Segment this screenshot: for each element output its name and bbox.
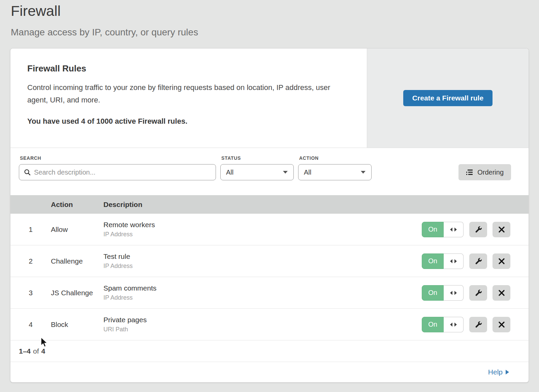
wrench-icon [474, 289, 482, 297]
rule-controls: On [422, 317, 510, 332]
table-header: Action Description [10, 195, 529, 214]
wrench-icon [474, 257, 482, 265]
rule-action: JS Challenge [51, 289, 103, 297]
card-top-section: Firewall Rules Control incoming traffic … [10, 49, 529, 148]
toggle-on-segment[interactable]: On [422, 253, 444, 269]
delete-rule-button[interactable] [493, 253, 510, 269]
close-icon [498, 321, 505, 328]
card-info: Firewall Rules Control incoming traffic … [10, 49, 367, 148]
table-row: 4 Block Private pages URI Path On [10, 309, 529, 340]
status-selected-value: All [226, 169, 233, 176]
pagination-total: 4 [41, 347, 45, 355]
search-box[interactable] [19, 164, 216, 180]
delete-rule-button[interactable] [493, 317, 510, 332]
rule-description: Remote workers IP Address [103, 221, 422, 238]
card-heading: Firewall Rules [27, 63, 347, 74]
chevron-down-icon [283, 171, 288, 174]
rule-priority: 4 [10, 321, 51, 329]
search-filter-group: SEARCH [19, 154, 216, 180]
search-input[interactable] [34, 169, 211, 176]
card-description: Control incoming traffic to your zone by… [27, 81, 347, 106]
edit-rule-button[interactable] [469, 222, 487, 237]
delete-rule-button[interactable] [493, 285, 510, 301]
close-icon [498, 290, 505, 296]
delete-rule-button[interactable] [493, 222, 510, 237]
rule-enabled-toggle[interactable]: On [422, 317, 464, 332]
rule-priority: 1 [10, 225, 51, 234]
rule-controls: On [422, 253, 510, 269]
rule-action: Challenge [51, 257, 103, 265]
action-column-header: Action [51, 201, 103, 209]
rule-action: Block [51, 321, 103, 329]
horizontal-arrows-icon [450, 291, 457, 295]
pagination-separator: of [33, 347, 39, 355]
ordering-list-icon [466, 169, 473, 176]
close-icon [498, 226, 505, 233]
card-aside: Create a Firewall rule [367, 49, 529, 148]
rule-enabled-toggle[interactable]: On [422, 222, 464, 237]
action-filter-group: ACTION All [298, 154, 372, 180]
action-selected-value: All [304, 169, 311, 176]
table-row: 2 Challenge Test rule IP Address On [10, 245, 529, 277]
toggle-handle[interactable] [444, 317, 464, 332]
page-title: Firewall [11, 3, 61, 19]
pagination-range: 1–4 [19, 347, 31, 355]
status-filter-group: STATUS All [220, 154, 294, 180]
rule-enabled-toggle[interactable]: On [422, 285, 464, 301]
rule-priority: 3 [10, 289, 51, 297]
wrench-icon [474, 321, 482, 329]
toggle-handle[interactable] [444, 253, 464, 269]
toggle-on-segment[interactable]: On [422, 317, 444, 332]
rule-action: Allow [51, 225, 103, 234]
rule-description-title: Private pages [103, 316, 422, 324]
wrench-icon [474, 225, 482, 234]
help-arrow-icon [506, 370, 509, 374]
horizontal-arrows-icon [450, 259, 457, 264]
firewall-rules-card: Firewall Rules Control incoming traffic … [10, 48, 529, 383]
rule-enabled-toggle[interactable]: On [422, 253, 464, 269]
search-label: SEARCH [20, 155, 216, 161]
rule-description-title: Test rule [103, 252, 422, 261]
rule-description: Spam comments IP Address [103, 284, 422, 301]
toggle-handle[interactable] [444, 285, 464, 301]
edit-rule-button[interactable] [469, 285, 487, 301]
filters-bar: SEARCH STATUS All ACTION All [10, 148, 529, 195]
close-icon [498, 258, 505, 265]
ordering-button[interactable]: Ordering [458, 164, 511, 180]
status-label: STATUS [221, 155, 294, 161]
search-icon [24, 169, 31, 176]
table-row: 3 JS Challenge Spam comments IP Address … [10, 277, 529, 309]
rule-match-field: URI Path [103, 326, 422, 333]
toggle-handle[interactable] [444, 222, 464, 237]
rule-description: Test rule IP Address [103, 252, 422, 270]
horizontal-arrows-icon [450, 227, 457, 232]
rule-description-title: Remote workers [103, 221, 422, 229]
help-link[interactable]: Help [488, 368, 509, 376]
page-subtitle: Manage access by IP, country, or query r… [11, 27, 198, 38]
status-select[interactable]: All [220, 164, 294, 180]
rule-description-title: Spam comments [103, 284, 422, 292]
pagination-status: 1–4 of 4 [10, 340, 529, 362]
horizontal-arrows-icon [450, 322, 457, 327]
rule-controls: On [422, 285, 510, 301]
table-row: 1 Allow Remote workers IP Address On [10, 214, 529, 245]
edit-rule-button[interactable] [469, 253, 487, 269]
toggle-on-segment[interactable]: On [422, 222, 444, 237]
toggle-on-segment[interactable]: On [422, 285, 444, 301]
ordering-button-label: Ordering [477, 169, 504, 176]
action-select[interactable]: All [298, 164, 372, 180]
description-column-header: Description [103, 201, 529, 209]
rule-priority: 2 [10, 257, 51, 265]
usage-note: You have used 4 of 1000 active Firewall … [27, 117, 347, 126]
rule-match-field: IP Address [103, 263, 422, 270]
action-label: ACTION [299, 155, 372, 161]
rule-match-field: IP Address [103, 294, 422, 301]
card-footer: Help [10, 362, 529, 382]
help-link-label: Help [488, 368, 503, 376]
create-firewall-rule-button[interactable]: Create a Firewall rule [403, 90, 493, 106]
rule-match-field: IP Address [103, 231, 422, 238]
chevron-down-icon [360, 171, 366, 174]
edit-rule-button[interactable] [469, 317, 487, 332]
rule-description: Private pages URI Path [103, 316, 422, 333]
rule-controls: On [422, 222, 510, 237]
